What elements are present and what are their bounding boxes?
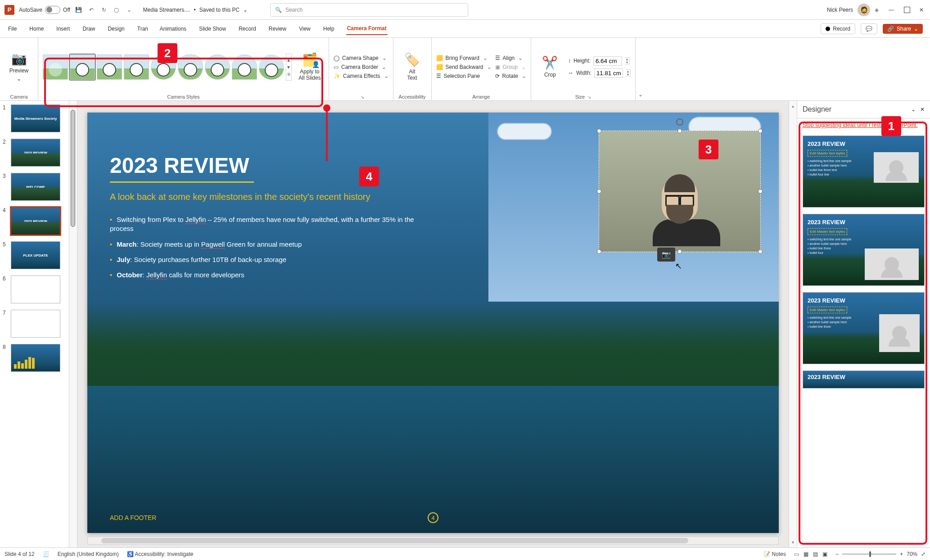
zoom-out-icon[interactable]: − xyxy=(835,551,839,557)
tab-help[interactable]: Help xyxy=(322,23,335,35)
resize-handle[interactable] xyxy=(597,129,601,133)
maximize-button[interactable] xyxy=(904,7,910,13)
redo-icon[interactable]: ↻ xyxy=(100,6,108,14)
resize-handle[interactable] xyxy=(677,249,682,254)
rotate-button[interactable]: ⟳Rotate⌄ xyxy=(495,73,526,79)
zoom-in-icon[interactable]: + xyxy=(900,551,903,557)
tab-file[interactable]: File xyxy=(7,23,18,35)
camera-style-2[interactable] xyxy=(70,54,95,80)
camera-style-9[interactable] xyxy=(259,54,284,80)
slide-sorter-view-icon[interactable]: ▦ xyxy=(804,551,808,557)
user-avatar-icon[interactable]: 🧔 xyxy=(858,4,870,16)
notes-button[interactable]: 📝 Notes xyxy=(763,551,786,557)
cameo-object[interactable] xyxy=(599,131,761,252)
height-input[interactable] xyxy=(593,56,622,66)
resize-handle[interactable] xyxy=(758,189,763,194)
close-icon[interactable]: ✕ xyxy=(920,106,925,113)
resize-handle[interactable] xyxy=(758,249,763,254)
width-control[interactable]: ↔ Width: ▴▾ xyxy=(568,68,631,78)
slide-thumb-3[interactable]: WELCOME xyxy=(11,173,60,201)
qat-customize-icon[interactable]: ⌄ xyxy=(125,6,133,14)
crop-button[interactable]: ✂️ Crop xyxy=(536,56,564,78)
minimize-button[interactable]: — xyxy=(889,7,895,13)
slide-thumb-4[interactable]: 2023 REVIEW xyxy=(11,207,60,235)
dialog-launcher-icon[interactable]: ↘ xyxy=(361,95,364,99)
toggle-switch-icon[interactable] xyxy=(45,6,60,14)
width-input[interactable] xyxy=(594,68,623,78)
undo-icon[interactable]: ↶ xyxy=(87,6,95,14)
file-name-block[interactable]: Media Streamers.... • Saved to this PC ⌄ xyxy=(143,7,248,13)
dialog-launcher-icon[interactable]: ↘ xyxy=(587,95,591,99)
camera-style-8[interactable] xyxy=(232,54,257,80)
apply-to-all-slides-button[interactable]: 🗂️👤 Apply to All Slides xyxy=(295,53,324,81)
gallery-more-icon[interactable]: ▴▾≡ xyxy=(286,54,292,81)
design-idea-1[interactable]: 2023 REVIEW Edit Master text styles • sw… xyxy=(803,135,925,208)
alt-text-button[interactable]: 🏷️ Alt Text xyxy=(398,53,427,81)
resize-handle[interactable] xyxy=(597,249,601,254)
slide-thumb-5[interactable]: PLEX UPDATE xyxy=(11,241,60,269)
share-button[interactable]: 🔗 Share ⌄ xyxy=(883,24,923,34)
bring-forward-button[interactable]: 🟨Bring Forward⌄ xyxy=(436,55,492,61)
zoom-level[interactable]: 70% xyxy=(907,551,917,557)
design-idea-3[interactable]: 2023 REVIEW Edit Master text styles • sw… xyxy=(803,292,925,364)
selection-pane-button[interactable]: ☰Selection Pane xyxy=(436,73,492,79)
slide-counter[interactable]: Slide 4 of 12 xyxy=(5,551,35,557)
fit-to-window-icon[interactable]: ⤢ xyxy=(921,551,925,557)
zoom-slider[interactable] xyxy=(842,553,896,555)
accessibility-status[interactable]: ♿ Accessibility: Investigate xyxy=(127,551,194,557)
reading-view-icon[interactable]: ▤ xyxy=(813,551,818,557)
tab-review[interactable]: Review xyxy=(268,23,287,35)
slide-text-block[interactable]: 2023 REVIEW A look back at some key mile… xyxy=(110,153,433,506)
group-button[interactable]: ▣Group⌄ xyxy=(495,64,526,70)
tab-draw[interactable]: Draw xyxy=(81,23,96,35)
diamond-premium-icon[interactable]: ◈ xyxy=(875,7,879,13)
chevron-down-icon[interactable]: ⌄ xyxy=(243,7,248,13)
editor-horizontal-scrollbar[interactable] xyxy=(87,537,779,545)
resize-handle[interactable] xyxy=(677,129,682,133)
chevron-down-icon[interactable]: ⌄ xyxy=(911,106,916,113)
present-from-start-icon[interactable]: ▢ xyxy=(113,6,121,14)
save-icon[interactable]: 💾 xyxy=(75,6,83,14)
send-backward-button[interactable]: 🟨Send Backward⌄ xyxy=(436,64,492,70)
zoom-control[interactable]: − + 70% ⤢ xyxy=(835,551,925,557)
camera-style-6[interactable] xyxy=(178,54,203,80)
spin-stepper[interactable]: ▴▾ xyxy=(625,57,630,64)
spin-stepper[interactable]: ▴▾ xyxy=(626,69,631,77)
slide-footer[interactable]: ADD A FOOTER xyxy=(110,514,156,521)
tab-view[interactable]: View xyxy=(298,23,312,35)
record-button[interactable]: Record xyxy=(821,23,855,34)
tab-insert[interactable]: Insert xyxy=(55,23,71,35)
camera-style-4[interactable] xyxy=(124,54,149,80)
slide-thumb-7[interactable] xyxy=(11,310,60,338)
camera-border-button[interactable]: ▭Camera Border⌄ xyxy=(334,64,388,70)
height-control[interactable]: ↕ Height: ▴▾ xyxy=(568,56,631,66)
account-block[interactable]: Nick Peers 🧔 ◈ xyxy=(827,4,879,16)
thumbnail-pane[interactable]: 1Media Streamers Society 22023 REVIEW 3W… xyxy=(0,101,69,547)
preview-button[interactable]: 📷 Preview ⌄ xyxy=(5,52,33,82)
slide-thumb-6[interactable] xyxy=(11,275,60,303)
camera-effects-button[interactable]: ✨Camera Effects⌄ xyxy=(334,73,388,79)
resize-handle[interactable] xyxy=(597,189,601,194)
tab-camera-format[interactable]: Camera Format xyxy=(346,23,388,35)
slideshow-view-icon[interactable]: ▣ xyxy=(822,551,827,557)
resize-handle[interactable] xyxy=(758,129,763,133)
cameo-floating-toolbar[interactable]: 📷 xyxy=(657,248,675,262)
tab-design[interactable]: Design xyxy=(107,23,125,35)
tab-home[interactable]: Home xyxy=(28,23,45,35)
autosave-toggle[interactable]: AutoSave Off xyxy=(19,6,70,14)
collapse-ribbon-button[interactable]: ⌄ xyxy=(636,38,646,100)
camera-style-3[interactable] xyxy=(97,54,122,80)
tab-slideshow[interactable]: Slide Show xyxy=(198,23,227,35)
slide-canvas[interactable]: 2023 REVIEW A look back at some key mile… xyxy=(87,113,779,533)
normal-view-icon[interactable]: ▭ xyxy=(794,551,799,557)
camera-style-1[interactable] xyxy=(43,54,68,80)
slide-thumb-2[interactable]: 2023 REVIEW xyxy=(11,139,60,167)
rotate-handle-icon[interactable] xyxy=(676,118,683,126)
spell-check-icon[interactable]: 🧾 xyxy=(43,551,50,557)
camera-shape-button[interactable]: ◯Camera Shape⌄ xyxy=(334,55,388,61)
search-input[interactable]: 🔍 Search xyxy=(270,3,468,17)
slide-thumb-1[interactable]: Media Streamers Society xyxy=(11,104,60,132)
thumb-scrollbar[interactable] xyxy=(69,101,77,547)
tab-animations[interactable]: Animations xyxy=(159,23,187,35)
close-button[interactable]: ✕ xyxy=(919,7,925,13)
